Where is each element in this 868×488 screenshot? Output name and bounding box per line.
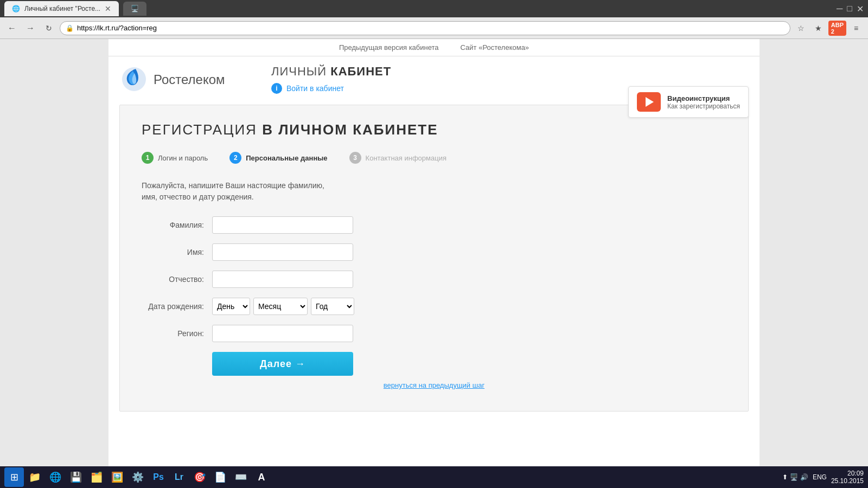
taskbar-items: 📁 🌐 💾 🗂️ 🖼️ ⚙️ Ps: [25, 467, 781, 487]
step-3-label: Контактная информация: [366, 154, 446, 162]
taskbar-window[interactable]: 🗂️: [87, 467, 106, 487]
step-2: 2 Персональные данные: [229, 152, 327, 164]
active-tab[interactable]: 🌐 Личный кабинет "Росте... ✕: [4, 1, 119, 16]
step-1: 1 Логин и пароль: [142, 152, 208, 164]
abp-badge[interactable]: ABP 2: [828, 21, 846, 36]
show-desktop-icon[interactable]: ⬆: [782, 473, 788, 481]
address-bar[interactable]: 🔒: [60, 21, 790, 35]
surname-label: Фамилия:: [142, 221, 212, 229]
taskbar-system-icons: ⬆ 🖥️ 🔊: [782, 473, 808, 481]
previous-version-link[interactable]: Предыдущая версия кабинета: [339, 43, 439, 52]
logo-text: Ростелеком: [154, 72, 225, 87]
patronymic-row: Отчество:: [142, 271, 726, 288]
ssl-icon: 🔒: [66, 24, 74, 32]
registration-title: РЕГИСТРАЦИЯ В ЛИЧНОМ КАБИНЕТЕ: [142, 121, 726, 138]
video-instruction[interactable]: Видеоинструкция Как зарегистрироваться: [628, 86, 749, 118]
region-row: Регион:: [142, 325, 726, 342]
birthdate-row: Дата рождения: День Месяц Год: [142, 298, 726, 315]
language-indicator: ENG: [813, 473, 827, 481]
taskbar-lr[interactable]: Lr: [169, 467, 189, 487]
step-2-label: Персональные данные: [246, 154, 327, 162]
volume-icon[interactable]: 🔊: [800, 473, 808, 481]
day-select[interactable]: День: [212, 298, 250, 315]
month-select[interactable]: Месяц: [253, 298, 308, 315]
taskbar-other[interactable]: 🎯: [190, 467, 209, 487]
back-button[interactable]: ←: [4, 21, 20, 36]
region-label: Регион:: [142, 329, 212, 338]
birthdate-label: Дата рождения:: [142, 302, 212, 311]
site-link[interactable]: Сайт «Ростелекома»: [461, 43, 529, 52]
play-icon: [646, 97, 654, 107]
cabinet-title: ЛИЧНЫЙ КАБИНЕТ: [271, 65, 391, 79]
patronymic-input[interactable]: [212, 271, 353, 288]
taskbar-image[interactable]: 🖼️: [107, 467, 127, 487]
step-2-number: 2: [229, 152, 241, 164]
step-3: 3 Контактная информация: [349, 152, 446, 164]
surname-input[interactable]: [212, 216, 353, 234]
registration-steps: 1 Логин и пароль 2 Персональные данные 3…: [142, 152, 726, 164]
taskbar-file[interactable]: 📄: [210, 467, 230, 487]
close-button[interactable]: ✕: [857, 4, 864, 14]
play-button[interactable]: [637, 92, 661, 112]
bookmark-icon[interactable]: ☆: [794, 21, 809, 36]
network-icon[interactable]: 🖥️: [790, 473, 798, 481]
logo: Ростелеком: [119, 65, 239, 94]
registration-form: РЕГИСТРАЦИЯ В ЛИЧНОМ КАБИНЕТЕ 1 Логин и …: [119, 105, 749, 412]
info-icon: i: [271, 83, 282, 94]
refresh-button[interactable]: ↻: [41, 21, 56, 36]
minimize-button[interactable]: ─: [837, 4, 843, 14]
taskbar-text[interactable]: A: [252, 467, 271, 487]
tab-close-button[interactable]: ✕: [105, 4, 111, 13]
top-navigation: Предыдущая версия кабинета Сайт «Ростеле…: [108, 39, 760, 56]
date-selects: День Месяц Год: [212, 298, 354, 315]
patronymic-label: Отчество:: [142, 275, 212, 284]
taskbar-settings[interactable]: ⚙️: [128, 467, 148, 487]
taskbar-save[interactable]: 💾: [66, 467, 86, 487]
page-content: Предыдущая версия кабинета Сайт «Ростеле…: [0, 39, 868, 466]
step-3-number: 3: [349, 152, 361, 164]
taskbar-explorer[interactable]: 📁: [25, 467, 44, 487]
year-select[interactable]: Год: [311, 298, 354, 315]
name-row: Имя:: [142, 243, 726, 261]
taskbar-chrome[interactable]: 🌐: [46, 467, 65, 487]
surname-row: Фамилия:: [142, 216, 726, 234]
start-button[interactable]: ⊞: [4, 467, 24, 487]
region-input[interactable]: [212, 325, 353, 342]
logo-icon: [119, 65, 149, 94]
step-1-number: 1: [142, 152, 154, 164]
inactive-tab[interactable]: 🖥️: [123, 2, 146, 16]
login-link[interactable]: i Войти в кабинет: [271, 83, 391, 94]
tab-label: Личный кабинет "Росте...: [24, 5, 100, 12]
step-1-label: Логин и пароль: [158, 154, 208, 162]
video-text: Видеоинструкция Как зарегистрироваться: [667, 94, 740, 110]
next-button[interactable]: Далее →: [212, 352, 353, 376]
taskbar: ⊞ 📁 🌐 💾 🗂️ 🖼️ ⚙️: [0, 466, 868, 488]
taskbar-clock: 20:09 25.10.2015: [831, 470, 864, 485]
forward-button[interactable]: →: [23, 21, 38, 36]
name-input[interactable]: [212, 243, 353, 261]
back-link[interactable]: вернуться на предыдущий шаг: [142, 381, 726, 389]
form-description: Пожалуйста, напишите Ваши настоящие фами…: [142, 180, 726, 203]
taskbar-ps[interactable]: Ps: [149, 467, 168, 487]
star-icon[interactable]: ★: [811, 21, 826, 36]
menu-icon[interactable]: ≡: [848, 21, 864, 36]
name-label: Имя:: [142, 248, 212, 256]
taskbar-right: ⬆ 🖥️ 🔊 ENG 20:09 25.10.2015: [782, 470, 864, 485]
taskbar-terminal[interactable]: ⌨️: [231, 467, 251, 487]
url-input[interactable]: [77, 24, 784, 32]
maximize-button[interactable]: □: [847, 4, 852, 14]
